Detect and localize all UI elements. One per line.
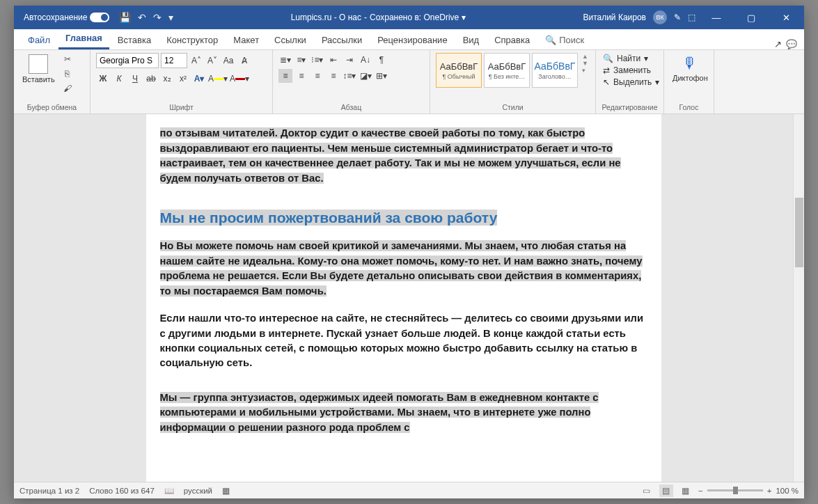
maximize-button[interactable]: ▢ — [737, 7, 765, 28]
clear-format-button[interactable]: A̷ — [237, 54, 251, 68]
paste-button[interactable]: Вставить — [19, 53, 58, 85]
italic-button[interactable]: К — [112, 72, 126, 86]
language-indicator[interactable]: русский — [184, 487, 212, 495]
body-text[interactable]: Если нашли что-то интересное на сайте, н… — [160, 313, 644, 368]
show-marks-button[interactable]: ¶ — [375, 53, 388, 67]
subscript-button[interactable]: x₂ — [160, 72, 174, 86]
align-center-button[interactable]: ≡ — [294, 69, 308, 83]
body-text[interactable]: по отзывам читателей. Доктор судит о кач… — [160, 127, 621, 183]
copy-icon[interactable]: ⎘ — [61, 68, 74, 80]
shading-button[interactable]: ◪▾ — [359, 69, 372, 83]
underline-button[interactable]: Ч — [128, 72, 142, 86]
tab-insert[interactable]: Вставка — [111, 31, 158, 49]
ribbon: Вставить ✂ ⎘ 🖌 Буфер обмена A˄ A˅ Aa A̷ … — [14, 50, 804, 114]
font-size-select[interactable] — [161, 53, 187, 68]
increase-indent-button[interactable]: ⇥ — [343, 53, 356, 67]
styles-down-icon[interactable]: ▼ — [582, 60, 588, 67]
decrease-indent-button[interactable]: ⇤ — [327, 53, 340, 67]
status-bar: Страница 1 из 2 Слово 160 из 647 📖 русск… — [14, 482, 804, 498]
spellcheck-icon[interactable]: 📖 — [164, 486, 174, 496]
dictate-button[interactable]: 🎙 Диктофон — [670, 53, 711, 84]
qat-more-icon[interactable]: ▾ — [168, 12, 173, 23]
align-left-button[interactable]: ≡ — [278, 69, 292, 83]
align-right-button[interactable]: ≡ — [310, 69, 324, 83]
font-name-select[interactable] — [96, 53, 159, 68]
justify-button[interactable]: ≡ — [327, 69, 340, 83]
tab-references[interactable]: Ссылки — [267, 31, 313, 49]
strike-button[interactable]: ab — [144, 72, 158, 86]
bullets-button[interactable]: ≣▾ — [278, 53, 292, 67]
zoom-level[interactable]: 100 % — [776, 487, 799, 495]
search-box[interactable]: 🔍 Поиск — [538, 31, 591, 49]
tab-layout[interactable]: Макет — [226, 31, 266, 49]
document-title: Lumpics.ru - О нас — [291, 13, 361, 22]
ribbon-options-icon[interactable]: ⬚ — [688, 13, 695, 22]
autosave-toggle[interactable] — [90, 13, 109, 22]
comments-icon[interactable]: 💬 — [786, 39, 797, 49]
cut-icon[interactable]: ✂ — [61, 53, 74, 65]
grow-font-button[interactable]: A˄ — [189, 54, 203, 68]
style-no-spacing[interactable]: АаБбВвГ¶ Без инте… — [484, 53, 530, 88]
web-layout-icon[interactable]: ▦ — [679, 485, 693, 497]
close-button[interactable]: ✕ — [772, 7, 800, 28]
clipboard-group-label: Буфер обмена — [19, 103, 84, 112]
superscript-button[interactable]: x² — [176, 72, 190, 86]
style-heading1[interactable]: АаБбВвГЗаголово… — [532, 53, 578, 88]
format-painter-icon[interactable]: 🖌 — [61, 82, 74, 95]
share-icon[interactable]: ↗ — [774, 39, 782, 49]
redo-icon[interactable]: ↷ — [153, 12, 162, 23]
document-page[interactable]: важно знать, что его действия правильны.… — [146, 114, 661, 482]
clipboard-icon — [29, 54, 48, 74]
read-mode-icon[interactable]: ▭ — [640, 485, 654, 497]
multilevel-button[interactable]: ⁝≡▾ — [310, 53, 324, 67]
search-icon: 🔍 — [603, 54, 613, 63]
font-color-button[interactable]: A▾ — [230, 72, 249, 86]
vertical-scrollbar[interactable] — [793, 114, 804, 482]
tab-view[interactable]: Вид — [456, 31, 487, 49]
minimize-button[interactable]: — — [702, 7, 730, 28]
find-button[interactable]: 🔍Найти▾ — [601, 53, 661, 64]
borders-button[interactable]: ⊞▾ — [375, 69, 388, 83]
location-dropdown-icon[interactable]: ▾ — [462, 13, 466, 22]
body-text[interactable]: Но Вы можете помочь нам своей критикой и… — [160, 240, 643, 296]
ribbon-tabs: Файл Главная Вставка Конструктор Макет С… — [14, 29, 804, 50]
zoom-in-button[interactable]: + — [767, 487, 772, 495]
font-group-label: Шрифт — [96, 103, 267, 112]
drawing-icon[interactable]: ✎ — [674, 13, 681, 22]
user-avatar[interactable]: ВК — [653, 10, 667, 24]
word-count[interactable]: Слово 160 из 647 — [89, 487, 155, 495]
tab-home[interactable]: Главная — [58, 29, 109, 49]
tab-help[interactable]: Справка — [487, 31, 537, 49]
page-indicator[interactable]: Страница 1 из 2 — [19, 487, 79, 495]
print-layout-icon[interactable]: ▤ — [659, 485, 673, 497]
text-effect-button[interactable]: A▾ — [192, 72, 206, 86]
scrollbar-thumb[interactable] — [795, 198, 803, 267]
save-icon[interactable]: 💾 — [119, 12, 131, 23]
line-spacing-button[interactable]: ↕≡▾ — [343, 69, 356, 83]
zoom-out-button[interactable]: − — [698, 487, 703, 495]
voice-group-label: Голос — [670, 103, 708, 112]
undo-icon[interactable]: ↶ — [138, 12, 146, 23]
numbering-button[interactable]: ≡▾ — [294, 53, 308, 67]
replace-button[interactable]: ⇄Заменить — [601, 65, 661, 76]
macro-icon[interactable]: ▦ — [222, 486, 230, 496]
styles-more-icon[interactable]: ▾ — [582, 67, 588, 74]
user-name[interactable]: Виталий Каиров — [583, 13, 646, 22]
heading[interactable]: Мы не просим пожертвований за свою работ… — [160, 210, 647, 226]
bold-button[interactable]: Ж — [96, 72, 110, 86]
select-button[interactable]: ↖Выделить▾ — [601, 77, 661, 88]
sort-button[interactable]: A↓ — [359, 53, 372, 67]
tab-mailings[interactable]: Рассылки — [315, 31, 369, 49]
document-area: важно знать, что его действия правильны.… — [14, 114, 804, 482]
body-text[interactable]: Мы — группа энтузиастов, одержимых идеей… — [160, 392, 599, 433]
style-normal[interactable]: АаБбВвГ¶ Обычный — [436, 53, 482, 88]
tab-file[interactable]: Файл — [21, 31, 57, 49]
saved-location[interactable]: Сохранено в: OneDrive — [370, 13, 459, 22]
styles-up-icon[interactable]: ▲ — [582, 53, 588, 60]
zoom-slider[interactable] — [707, 489, 763, 491]
tab-design[interactable]: Конструктор — [159, 31, 225, 49]
shrink-font-button[interactable]: A˅ — [205, 54, 219, 68]
change-case-button[interactable]: Aa — [221, 54, 235, 68]
tab-review[interactable]: Рецензирование — [370, 31, 454, 49]
highlight-button[interactable]: A▾ — [208, 72, 228, 86]
